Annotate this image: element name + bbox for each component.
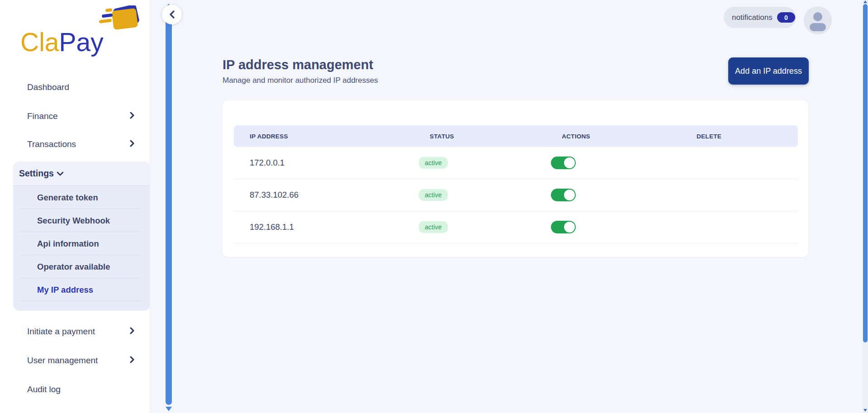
column-header-actions: ACTIONS (546, 133, 681, 140)
ip-table-card: IP ADDRESS STATUS ACTIONS DELETE 172.0.0… (223, 100, 808, 257)
ip-enabled-toggle[interactable] (551, 221, 576, 233)
ip-enabled-toggle[interactable] (551, 189, 576, 201)
status-cell: active (414, 221, 546, 233)
table-header-row: IP ADDRESS STATUS ACTIONS DELETE (234, 125, 798, 147)
sidebar-item-dashboard[interactable]: Dashboard (27, 80, 140, 95)
page-scrollbar-up-arrow[interactable] (863, 0, 867, 3)
status-badge: active (419, 221, 448, 233)
sidebar-item-label: Audit log (27, 385, 61, 394)
table-body: 172.0.0.1 active 87.33.102.66 active 192… (234, 147, 798, 243)
actions-cell (546, 189, 681, 201)
sidebar-item-finance[interactable]: Finance (27, 109, 140, 124)
column-header-ip-address: IP ADDRESS (234, 133, 414, 140)
brand-name-blue: Pay (59, 28, 104, 57)
column-header-status: STATUS (414, 133, 546, 140)
chevron-right-icon (129, 356, 135, 366)
scrollbar-down-arrow[interactable] (166, 407, 172, 411)
sidebar-item-transactions[interactable]: Transactions (27, 137, 140, 152)
chevron-right-icon (129, 139, 135, 149)
actions-cell (546, 221, 681, 233)
ip-address-cell: 192.168.1.1 (234, 222, 414, 232)
chevron-right-icon (129, 327, 135, 337)
back-button[interactable] (162, 5, 182, 24)
sidebar-item-my-ip-address[interactable]: My IP address (19, 278, 141, 301)
table-row: 172.0.0.1 active (234, 147, 798, 179)
sidebar-item-initiate-a-payment[interactable]: Initiate a payment (27, 324, 140, 339)
sidebar: ClaPay Dashboard Finance Transactions Se… (0, 0, 149, 413)
sidebar-item-audit-log[interactable]: Audit log (27, 382, 140, 397)
status-badge: active (419, 157, 448, 169)
sidebar-settings-group: Settings Generate token Security Webhook… (13, 161, 150, 311)
user-avatar[interactable] (804, 6, 832, 34)
brand-name-gold: Cla (20, 28, 59, 57)
status-badge: active (419, 189, 448, 201)
table-row: 192.168.1.1 active (234, 211, 798, 243)
ip-enabled-toggle[interactable] (551, 157, 576, 169)
sidebar-item-generate-token[interactable]: Generate token (19, 186, 141, 209)
page-subtitle: Manage and monitor authorized IP address… (223, 76, 378, 85)
ip-address-cell: 172.0.0.1 (234, 158, 414, 168)
sidebar-item-label: Dashboard (27, 82, 69, 92)
toggle-knob (564, 222, 575, 233)
person-icon (804, 6, 832, 34)
notifications-count-badge: 0 (777, 12, 795, 23)
sidebar-item-label: User management (27, 356, 98, 366)
sidebar-item-label: Transactions (27, 139, 76, 149)
notifications-label: notifications (732, 13, 773, 22)
status-cell: active (414, 189, 546, 201)
sidebar-item-label: Settings (19, 168, 54, 179)
scrollbar-thumb[interactable] (166, 10, 172, 405)
page-scrollbar-down-arrow[interactable] (863, 409, 867, 412)
page-title: IP address management (223, 57, 373, 72)
column-header-delete: DELETE (681, 133, 798, 140)
notifications-button[interactable]: notifications 0 (724, 7, 796, 28)
chevron-right-icon (129, 111, 135, 121)
brand-logo: ClaPay (20, 5, 138, 62)
sidebar-item-api-information[interactable]: Api information (19, 232, 141, 255)
sidebar-item-security-webhook[interactable]: Security Webhook (19, 209, 141, 232)
chevron-down-icon (57, 171, 64, 176)
toggle-knob (564, 190, 575, 200)
sidebar-item-user-management[interactable]: User management (27, 353, 140, 368)
chevron-left-icon (169, 10, 175, 19)
sidebar-item-label: Finance (27, 111, 58, 121)
page-scrollbar-thumb[interactable] (863, 4, 868, 342)
sidebar-item-settings[interactable]: Settings (13, 161, 150, 186)
sidebar-item-label: Initiate a payment (27, 327, 95, 337)
ip-address-cell: 87.33.102.66 (234, 190, 414, 200)
sidebar-item-operator-available[interactable]: Operator available (19, 255, 141, 278)
toggle-knob (564, 157, 575, 168)
brand-name: ClaPay (20, 27, 104, 57)
add-ip-address-button[interactable]: Add an IP address (728, 57, 809, 85)
status-cell: active (414, 157, 546, 169)
actions-cell (546, 157, 681, 169)
table-row: 87.33.102.66 active (234, 179, 798, 211)
